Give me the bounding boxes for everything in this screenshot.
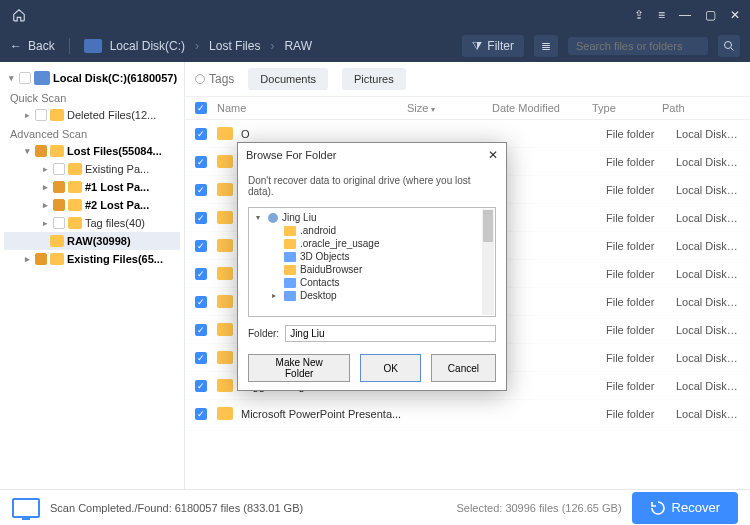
recover-label: Recover bbox=[672, 500, 720, 515]
tree-raw[interactable]: RAW(30998) bbox=[4, 232, 180, 250]
tab-pictures[interactable]: Pictures bbox=[342, 68, 406, 90]
checkbox[interactable] bbox=[53, 163, 65, 175]
tree-lost-files[interactable]: ▾ Lost Files(55084... bbox=[4, 142, 180, 160]
menu-icon[interactable]: ≡ bbox=[658, 8, 665, 22]
chevron-down-icon[interactable]: ▾ bbox=[6, 73, 16, 83]
dialog-tree-item[interactable]: BaiduBrowser bbox=[252, 263, 492, 276]
browse-folder-dialog: Browse For Folder ✕ Don't recover data t… bbox=[237, 142, 507, 391]
back-button[interactable]: ← Back bbox=[10, 39, 55, 53]
view-toggle-button[interactable]: ≣ bbox=[534, 35, 558, 57]
ok-button[interactable]: OK bbox=[360, 354, 420, 382]
expander-icon[interactable]: ▸ bbox=[272, 291, 280, 300]
checkbox[interactable] bbox=[35, 253, 47, 265]
checkbox[interactable]: ✓ bbox=[195, 156, 207, 168]
table-row[interactable]: ✓Microsoft PowerPoint Presenta...File fo… bbox=[185, 400, 750, 428]
recover-button[interactable]: Recover bbox=[632, 492, 738, 524]
dialog-message: Don't recover data to original drive (wh… bbox=[238, 167, 506, 205]
filter-button[interactable]: ⧩ Filter bbox=[462, 35, 524, 57]
checkbox[interactable]: ✓ bbox=[195, 352, 207, 364]
folder-icon bbox=[217, 127, 233, 140]
dialog-folder-tree[interactable]: ▾Jing Liu.android.oracle_jre_usage3D Obj… bbox=[248, 207, 496, 317]
file-type: File folder bbox=[606, 212, 676, 224]
search-box[interactable] bbox=[568, 37, 708, 55]
chevron-right-icon[interactable]: ▸ bbox=[40, 200, 50, 210]
checkbox[interactable] bbox=[19, 72, 31, 84]
checkbox[interactable]: ✓ bbox=[195, 212, 207, 224]
search-input[interactable] bbox=[576, 40, 700, 52]
checkbox[interactable] bbox=[53, 199, 65, 211]
dialog-tree-item[interactable]: 3D Objects bbox=[252, 250, 492, 263]
chevron-right-icon[interactable]: ▸ bbox=[22, 254, 32, 264]
checkbox[interactable]: ✓ bbox=[195, 240, 207, 252]
tree-existing-files[interactable]: ▸ Existing Files(65... bbox=[4, 250, 180, 268]
checkbox[interactable]: ✓ bbox=[195, 324, 207, 336]
select-all-checkbox[interactable]: ✓ bbox=[195, 102, 207, 114]
chevron-right-icon[interactable]: ▸ bbox=[22, 110, 32, 120]
cancel-button[interactable]: Cancel bbox=[431, 354, 496, 382]
status-text: Scan Completed./Found: 6180057 files (83… bbox=[50, 502, 303, 514]
dialog-folder-row: Folder: bbox=[238, 319, 506, 348]
ppl-icon bbox=[284, 278, 296, 288]
checkbox[interactable] bbox=[35, 145, 47, 157]
chevron-right-icon[interactable]: ▸ bbox=[40, 164, 50, 174]
checkbox[interactable]: ✓ bbox=[195, 408, 207, 420]
checkbox[interactable]: ✓ bbox=[195, 184, 207, 196]
tree-item-label: .android bbox=[300, 225, 336, 236]
tree-lost-pa1[interactable]: ▸ #1 Lost Pa... bbox=[4, 178, 180, 196]
col-name[interactable]: Name bbox=[217, 102, 407, 114]
col-date[interactable]: Date Modified bbox=[492, 102, 592, 114]
maximize-icon[interactable]: ▢ bbox=[705, 8, 716, 22]
drive-icon[interactable] bbox=[84, 39, 102, 53]
tree-lost-pa2[interactable]: ▸ #2 Lost Pa... bbox=[4, 196, 180, 214]
checkbox[interactable] bbox=[35, 109, 47, 121]
dialog-tree-item[interactable]: .android bbox=[252, 224, 492, 237]
file-type: File folder bbox=[606, 184, 676, 196]
tab-documents[interactable]: Documents bbox=[248, 68, 328, 90]
search-icon[interactable] bbox=[718, 35, 740, 57]
breadcrumb-2[interactable]: RAW bbox=[284, 39, 312, 53]
chevron-right-icon[interactable]: ▸ bbox=[40, 218, 50, 228]
chevron-down-icon[interactable]: ▾ bbox=[22, 146, 32, 156]
folder-icon bbox=[217, 155, 233, 168]
checkbox[interactable]: ✓ bbox=[195, 380, 207, 392]
breadcrumb-0[interactable]: Local Disk(C:) bbox=[110, 39, 185, 53]
checkbox[interactable]: ✓ bbox=[195, 268, 207, 280]
close-icon[interactable]: ✕ bbox=[730, 8, 740, 22]
checkbox[interactable] bbox=[53, 181, 65, 193]
checkbox[interactable]: ✓ bbox=[195, 128, 207, 140]
minimize-icon[interactable]: — bbox=[679, 8, 691, 22]
tree-existing-pa[interactable]: ▸ Existing Pa... bbox=[4, 160, 180, 178]
dialog-close-icon[interactable]: ✕ bbox=[488, 148, 498, 162]
scrollbar-thumb[interactable] bbox=[483, 210, 493, 242]
folder-icon bbox=[50, 145, 64, 157]
tree-tag-files[interactable]: ▸ Tag files(40) bbox=[4, 214, 180, 232]
tree-root[interactable]: ▾ Local Disk(C:)(6180057) bbox=[4, 68, 180, 88]
tree-item-label: Desktop bbox=[300, 290, 337, 301]
dialog-tree-item[interactable]: Contacts bbox=[252, 276, 492, 289]
dialog-tree-item[interactable]: ▸Desktop bbox=[252, 289, 492, 302]
col-size[interactable]: Size ▾ bbox=[407, 102, 492, 114]
share-icon[interactable]: ⇪ bbox=[634, 8, 644, 22]
tree-label: Lost Files(55084... bbox=[67, 145, 162, 157]
folder-input[interactable] bbox=[285, 325, 496, 342]
folder-icon bbox=[217, 267, 233, 280]
file-path: Local Disk(C:)\Lost F... bbox=[676, 408, 740, 420]
tree-deleted-files[interactable]: ▸ Deleted Files(12... bbox=[4, 106, 180, 124]
chevron-right-icon[interactable]: ▸ bbox=[40, 182, 50, 192]
circle-icon bbox=[195, 74, 205, 84]
col-type[interactable]: Type bbox=[592, 102, 662, 114]
home-icon[interactable] bbox=[10, 6, 28, 24]
col-path[interactable]: Path bbox=[662, 102, 740, 114]
tags-control[interactable]: Tags bbox=[195, 72, 234, 86]
dialog-tree-item[interactable]: .oracle_jre_usage bbox=[252, 237, 492, 250]
folder-icon bbox=[217, 407, 233, 420]
tree-item-label: BaiduBrowser bbox=[300, 264, 362, 275]
make-new-folder-button[interactable]: Make New Folder bbox=[248, 354, 350, 382]
dialog-tree-item[interactable]: ▾Jing Liu bbox=[252, 211, 492, 224]
file-type: File folder bbox=[606, 380, 676, 392]
expander-icon[interactable]: ▾ bbox=[256, 213, 264, 222]
checkbox[interactable]: ✓ bbox=[195, 296, 207, 308]
scrollbar[interactable] bbox=[482, 209, 494, 315]
checkbox[interactable] bbox=[53, 217, 65, 229]
breadcrumb-1[interactable]: Lost Files bbox=[209, 39, 260, 53]
